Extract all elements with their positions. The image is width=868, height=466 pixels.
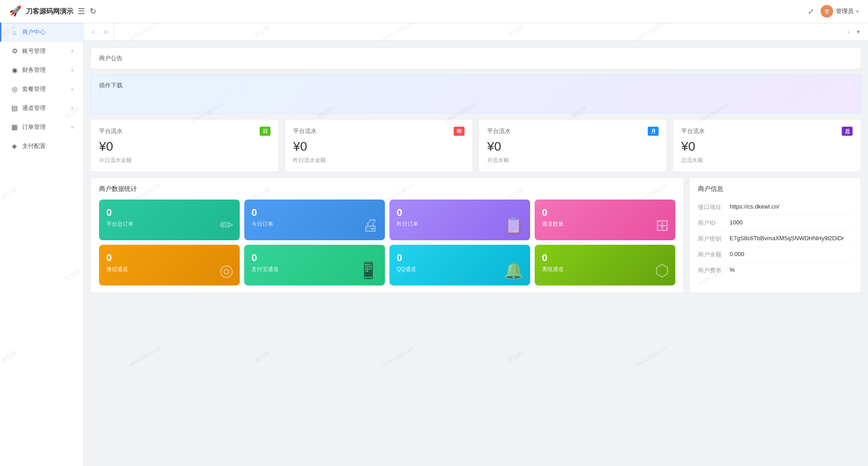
avatar: 管 [821, 5, 833, 18]
flow-card-header: 平台流水 总 [681, 127, 853, 136]
stat-num-channel-count: 0 [542, 207, 668, 219]
sidebar-label-account-mgmt: 账号管理 [22, 47, 46, 55]
tab-forward-button[interactable]: › [844, 28, 853, 35]
sidebar-item-order-mgmt[interactable]: ▦ 订单管理 + [0, 118, 83, 137]
sidebar-plus-order-mgmt[interactable]: + [71, 124, 74, 131]
sidebar-item-channel-mgmt[interactable]: ▤ 通道管理 + [0, 99, 83, 118]
flow-tag-total: 总 [842, 127, 853, 136]
info-value-商户ID: 1000 [730, 219, 743, 226]
stat-card-wechat-channel: 0 微信通道 ◎ [99, 245, 240, 285]
merchant-info-card: 商户信息 接口地址 https://cs.dkewl.cn/ 商户ID 1000… [689, 177, 861, 293]
info-value-商户余额: 0.000 [730, 251, 745, 257]
stat-num-today-orders: 0 [251, 207, 378, 219]
page-content: 商户公告 插件下载 平台流水 日 ¥0 今日流水金额 平台流水 昨 ¥0 昨日流… [84, 41, 868, 300]
tab-dropdown-button[interactable]: ▾ [853, 28, 863, 35]
sidebar-icon-account-mgmt: ⚙ [10, 47, 19, 55]
sidebar-item-left: ◈ 支付配置 [10, 142, 46, 150]
stats-grid: 0 平台总订单 ✏ 0 今日订单 🖨 0 昨日订单 📋 0 通道数量 ⊞ 0 微… [99, 200, 675, 285]
stat-name-offline-channel: 离线通道 [542, 266, 668, 273]
tab-back-button[interactable]: ‹ [88, 23, 98, 40]
sidebar-icon-channel-mgmt: ▤ [10, 104, 19, 112]
sidebar-plus-channel-mgmt[interactable]: + [71, 105, 74, 112]
sidebar-plus-package-mgmt[interactable]: + [71, 86, 74, 93]
content-panel: ‹ ⌂ › ▾ 资交网www.zijiao.cn资交网www.zijiao.cn… [84, 23, 868, 466]
stat-card-offline-channel: 0 离线通道 ⬡ [535, 245, 675, 285]
sidebar-plus-finance-mgmt[interactable]: + [71, 67, 74, 74]
stat-card-yesterday-orders: 0 昨日订单 📋 [389, 200, 530, 240]
sidebar-label-finance-mgmt: 财务管理 [22, 66, 46, 74]
user-menu[interactable]: 管 管理员 ▾ [821, 5, 859, 18]
stat-icon-qq-channel: 🔔 [503, 261, 524, 280]
info-label-商户密钥: 商户密钥 [698, 235, 730, 243]
sidebar-item-left: ▤ 通道管理 [10, 104, 46, 112]
stat-name-channel-count: 通道数量 [542, 220, 668, 228]
sidebar-label-package-mgmt: 套餐管理 [22, 85, 46, 93]
sidebar-item-finance-mgmt[interactable]: ◉ 财务管理 + [0, 61, 83, 80]
menu-toggle-icon[interactable]: ☰ [78, 6, 85, 16]
flow-amount-month: ¥0 [487, 139, 659, 154]
stat-icon-wechat-channel: ◎ [219, 261, 233, 280]
stat-icon-today-orders: 🖨 [362, 216, 379, 235]
info-value-接口地址: https://cs.dkewl.cn/ [730, 203, 779, 210]
tab-bar: ‹ ⌂ › ▾ [84, 23, 868, 41]
sidebar-item-merchant-center[interactable]: ⌂ 商户中心 [0, 23, 83, 42]
header-left: 🚀 刀客源码网演示 ☰ ↻ [9, 5, 96, 17]
info-label-接口地址: 接口地址 [698, 203, 730, 211]
stat-icon-channel-count: ⊞ [655, 216, 669, 235]
expand-icon[interactable]: ⤢ [808, 7, 814, 16]
sidebar-plus-account-mgmt[interactable]: + [71, 48, 74, 55]
sidebar-label-channel-mgmt: 通道管理 [22, 104, 46, 112]
info-label-商户余额: 商户余额 [698, 251, 730, 259]
tab-home[interactable]: ⌂ [98, 23, 114, 40]
flow-desc-yesterday: 昨日流水金额 [293, 157, 465, 164]
sidebar-item-payment-config[interactable]: ◈ 支付配置 [0, 137, 83, 156]
info-label-商户费率: 商户费率 [698, 266, 730, 275]
plugin-section: 插件下载 [90, 75, 861, 114]
stat-num-wechat-channel: 0 [106, 252, 232, 264]
info-value-商户密钥: E7gS8c6TbBvmaXM5qSNWDHNHy9l2DiDr [730, 235, 844, 242]
user-name[interactable]: 管理员 [836, 7, 854, 15]
sidebar-icon-payment-config: ◈ [10, 142, 19, 150]
user-dropdown-icon[interactable]: ▾ [856, 9, 859, 14]
stat-icon-offline-channel: ⬡ [655, 261, 669, 280]
info-row-接口地址: 接口地址 https://cs.dkewl.cn/ [698, 200, 853, 215]
sidebar-item-left: ⌂ 商户中心 [10, 28, 46, 36]
announcement-section: 商户公告 [90, 48, 861, 69]
merchant-stats-title: 商户数据统计 [99, 185, 675, 193]
sidebar-icon-finance-mgmt: ◉ [10, 66, 19, 74]
watermark-text: www.zijiao.cn [127, 344, 161, 368]
flow-card-label-today: 平台流水 [99, 127, 123, 135]
content-area: 资交网www.zijiao.cn资交网www.zijiao.cn资交网www.z… [84, 41, 868, 466]
sidebar-item-package-mgmt[interactable]: ◎ 套餐管理 + [0, 80, 83, 99]
stat-name-total-orders: 平台总订单 [106, 220, 232, 228]
info-label-商户ID: 商户ID [698, 219, 730, 227]
stat-icon-yesterday-orders: 📋 [503, 216, 524, 235]
stat-card-total-orders: 0 平台总订单 ✏ [99, 200, 240, 240]
stat-icon-total-orders: ✏ [220, 216, 233, 235]
announcement-title: 商户公告 [99, 54, 853, 62]
info-row-商户密钥: 商户密钥 E7gS8c6TbBvmaXM5qSNWDHNHy9l2DiDr [698, 231, 853, 247]
refresh-icon[interactable]: ↻ [90, 6, 96, 16]
flow-card-today: 平台流水 日 ¥0 今日流水金额 [90, 119, 279, 172]
sidebar-item-left: ⚙ 账号管理 [10, 47, 46, 55]
flow-card-total: 平台流水 总 ¥0 总流水额 [673, 119, 861, 172]
flow-card-header: 平台流水 昨 [293, 127, 465, 136]
watermark-text: 资交网 [252, 349, 272, 365]
stat-name-wechat-channel: 微信通道 [106, 266, 232, 273]
sidebar-label-merchant-center: 商户中心 [22, 28, 46, 36]
watermark-text: 资交网 [506, 349, 525, 365]
info-row-商户ID: 商户ID 1000 [698, 215, 853, 231]
flow-card-month: 平台流水 月 ¥0 月流水额 [479, 119, 667, 172]
flow-desc-today: 今日流水金额 [99, 157, 270, 164]
stat-num-total-orders: 0 [106, 207, 232, 219]
flow-card-header: 平台流水 日 [99, 127, 270, 136]
merchant-info-title: 商户信息 [698, 185, 853, 193]
sidebar-icon-package-mgmt: ◎ [10, 85, 19, 93]
sidebar-item-account-mgmt[interactable]: ⚙ 账号管理 + [0, 42, 83, 61]
info-value-商户费率: % [730, 266, 735, 273]
sidebar-icon-order-mgmt: ▦ [10, 123, 19, 131]
header: 🚀 刀客源码网演示 ☰ ↻ ⤢ 管 管理员 ▾ [0, 0, 868, 23]
merchant-info-rows: 接口地址 https://cs.dkewl.cn/ 商户ID 1000 商户密钥… [698, 200, 853, 278]
flow-card-label-total: 平台流水 [681, 127, 705, 135]
stat-icon-alipay-channel: 📱 [358, 261, 379, 280]
